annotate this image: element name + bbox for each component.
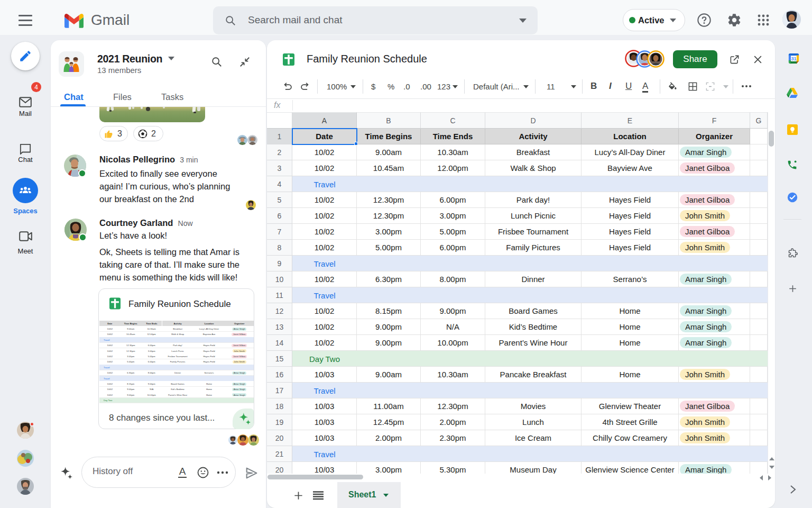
- svg-text:31: 31: [791, 56, 796, 61]
